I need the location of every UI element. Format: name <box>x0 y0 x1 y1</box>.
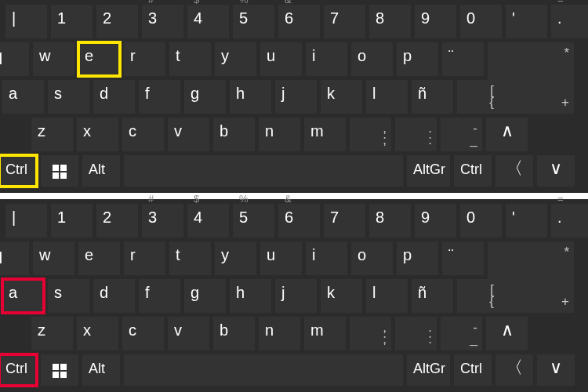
key-u[interactable]: u <box>260 241 302 275</box>
key-5[interactable]: 5% <box>233 204 274 238</box>
key-k[interactable]: k <box>321 279 362 313</box>
key-plus[interactable]: *+ <box>488 42 574 114</box>
key-up[interactable]: ∧ <box>486 118 528 151</box>
key-ñ[interactable]: ñ <box>412 279 453 313</box>
key-u[interactable]: u <box>260 42 302 76</box>
key-8[interactable]: 8 <box>369 204 411 238</box>
key-.[interactable]: .= <box>551 5 588 38</box>
key-n[interactable]: n <box>259 317 300 350</box>
key-c[interactable]: c <box>122 317 164 350</box>
key-'[interactable]: ' <box>506 204 547 238</box>
key-b[interactable]: b <box>213 118 255 151</box>
key-7[interactable]: 7 <box>324 204 365 238</box>
key-space[interactable] <box>124 354 403 386</box>
key-ctrl-left[interactable]: Ctrl <box>0 155 37 187</box>
key-8[interactable]: 8 <box>369 5 411 38</box>
key-period[interactable]: .: <box>395 317 437 350</box>
key-plus[interactable]: *+ <box>488 241 574 313</box>
key-1[interactable]: 1 <box>51 5 93 38</box>
key-n[interactable]: n <box>259 118 300 151</box>
key-l[interactable]: l <box>366 80 408 114</box>
key-7[interactable]: 7 <box>324 5 365 38</box>
key-x[interactable]: x <box>77 317 118 350</box>
key-space[interactable] <box>124 155 403 187</box>
key-6[interactable]: 6& <box>278 5 320 38</box>
key-2[interactable]: 2 <box>96 204 138 238</box>
key-d[interactable]: d <box>93 80 135 114</box>
key-alt[interactable]: Alt <box>82 354 120 386</box>
key-y[interactable]: y <box>215 42 256 76</box>
key-m[interactable]: m <box>304 118 346 151</box>
key-9[interactable]: 9 <box>415 5 456 38</box>
key-2[interactable]: 2 <box>96 5 138 38</box>
key-e[interactable]: e <box>78 42 120 76</box>
key-altgr[interactable]: AltGr <box>407 354 450 386</box>
key-s[interactable]: s <box>48 279 89 313</box>
key-4[interactable]: 4$ <box>187 5 229 38</box>
key-0[interactable]: 0 <box>460 204 502 238</box>
key-¨[interactable]: ¨ <box>442 42 484 76</box>
key-up[interactable]: ∧ <box>486 317 528 350</box>
key-dash[interactable]: -_ <box>441 118 482 151</box>
key-down[interactable]: ∨ <box>537 155 575 187</box>
key-h[interactable]: h <box>230 279 271 313</box>
key-1[interactable]: 1 <box>51 204 93 238</box>
key-h[interactable]: h <box>230 80 271 114</box>
key-win[interactable] <box>41 354 78 386</box>
key-o[interactable]: o <box>351 42 393 76</box>
key-y[interactable]: y <box>215 241 256 275</box>
key-m[interactable]: m <box>304 317 346 350</box>
key-down[interactable]: ∨ <box>537 354 575 386</box>
key-i[interactable]: i <box>306 42 347 76</box>
key-v[interactable]: v <box>168 118 209 151</box>
key-d[interactable]: d <box>93 279 135 313</box>
key-dash[interactable]: -_ <box>441 317 482 350</box>
key-.[interactable]: .= <box>551 204 588 238</box>
key-4[interactable]: 4$ <box>187 204 229 238</box>
key-c[interactable]: c <box>122 118 164 151</box>
key-t[interactable]: t <box>169 42 211 76</box>
key-p[interactable]: p <box>397 42 438 76</box>
key-z[interactable]: z <box>31 317 73 350</box>
key-win[interactable] <box>41 155 78 187</box>
key-altgr[interactable]: AltGr <box>407 155 450 187</box>
key-¨[interactable]: ¨ <box>442 241 484 275</box>
key-k[interactable]: k <box>321 80 362 114</box>
key-b[interactable]: b <box>213 317 255 350</box>
key-x[interactable]: x <box>77 118 118 151</box>
key-ctrl-left[interactable]: Ctrl <box>0 354 37 386</box>
key-6[interactable]: 6& <box>278 204 320 238</box>
key-z[interactable]: z <box>31 118 73 151</box>
key-9[interactable]: 9 <box>415 204 456 238</box>
key-left[interactable]: 〈 <box>495 155 533 187</box>
key-comma[interactable]: ,; <box>350 317 391 350</box>
key-ñ[interactable]: ñ <box>412 80 453 114</box>
key-p[interactable]: p <box>397 241 438 275</box>
key-3[interactable]: 3# <box>142 5 183 38</box>
key-'[interactable]: ' <box>506 5 547 38</box>
key-alt[interactable]: Alt <box>82 155 120 187</box>
key-s[interactable]: s <box>48 80 89 114</box>
key-ctrl-right[interactable]: Ctrl <box>454 155 492 187</box>
key-j[interactable]: j <box>275 80 317 114</box>
key-w[interactable]: w <box>33 42 74 76</box>
key-a[interactable]: a <box>2 80 44 114</box>
key-q[interactable]: q <box>0 241 29 275</box>
key-ctrl-right[interactable]: Ctrl <box>454 354 492 386</box>
key-f[interactable]: f <box>139 279 180 313</box>
key-e[interactable]: e <box>78 241 120 275</box>
key-|[interactable]: | <box>5 5 47 38</box>
key-j[interactable]: j <box>275 279 317 313</box>
key-bracket[interactable]: [{ <box>457 80 499 114</box>
key-t[interactable]: t <box>169 241 211 275</box>
key-|[interactable]: | <box>5 204 47 238</box>
key-r[interactable]: r <box>124 241 165 275</box>
key-o[interactable]: o <box>351 241 393 275</box>
key-f[interactable]: f <box>139 80 180 114</box>
key-g[interactable]: g <box>184 80 226 114</box>
key-r[interactable]: r <box>124 42 165 76</box>
key-bracket[interactable]: [{ <box>457 279 499 313</box>
key-comma[interactable]: ,; <box>350 118 391 151</box>
key-l[interactable]: l <box>366 279 408 313</box>
key-left[interactable]: 〈 <box>495 354 533 386</box>
